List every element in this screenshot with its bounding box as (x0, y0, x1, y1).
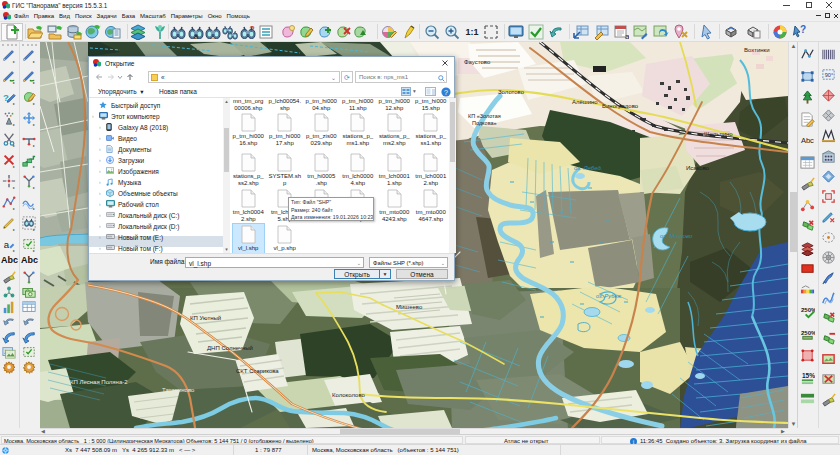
svg-text:Исаково: Исаково (686, 165, 710, 171)
svg-text:КП Лесная Поляна-2: КП Лесная Поляна-2 (70, 379, 128, 385)
svg-text:оз. Мишово: оз. Мишово (660, 233, 693, 239)
svg-text:Мишеево: Мишеево (396, 304, 423, 310)
svg-text:оз. Рубеж.: оз. Рубеж. (596, 293, 623, 299)
svg-text:КП «Золотая: КП «Золотая (468, 113, 501, 119)
svg-text:СКТ Старикова: СКТ Старикова (236, 368, 279, 374)
svg-text:Вохтинки: Вохтинки (744, 47, 770, 53)
svg-text:КП Уютный: КП Уютный (190, 315, 221, 321)
svg-text:Abc: Abc (801, 136, 814, 145)
svg-text:?: ? (444, 88, 448, 95)
svg-text:a: a (625, 32, 629, 40)
svg-text:Колоколово: Колоколово (332, 392, 366, 398)
svg-text:a: a (194, 32, 199, 40)
svg-text:15%: 15% (802, 371, 815, 378)
svg-text:Подкова»: Подкова» (472, 120, 497, 126)
svg-text:Татариново: Татариново (162, 387, 195, 393)
svg-text:оз. Лебед.: оз. Лебед. (574, 165, 602, 171)
svg-text:Золотово: Золотово (498, 89, 525, 95)
svg-text:1:1: 1:1 (465, 27, 478, 37)
svg-text:250%: 250% (801, 328, 815, 335)
svg-text:90°: 90° (825, 73, 833, 79)
svg-text:Фаустово: Фаустово (464, 59, 491, 65)
svg-text:ДНП Солнечный: ДНП Солнечный (207, 345, 253, 351)
svg-text:Виноградово: Виноградово (602, 103, 639, 109)
svg-text:...: ... (210, 33, 216, 40)
svg-text:Алёшино: Алёшино (572, 99, 598, 105)
svg-text:?: ? (800, 24, 806, 35)
svg-text:?: ? (249, 24, 254, 34)
svg-text:Щельпино: Щельпино (704, 131, 733, 137)
svg-text:a: a (4, 239, 10, 250)
